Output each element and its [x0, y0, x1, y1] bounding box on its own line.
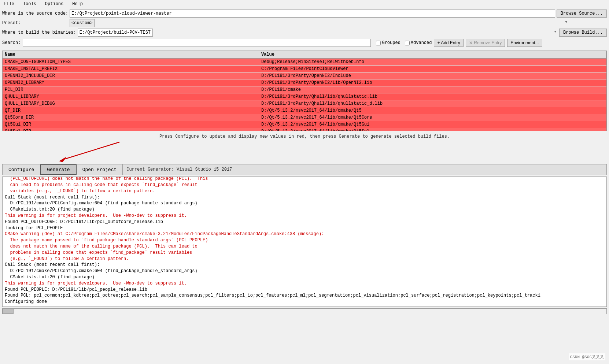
- log-line: CMakeLists.txt:20 (find_package): [5, 207, 607, 213]
- cell-name: OPENNI2_LIBRARY: [3, 79, 259, 86]
- menu-file[interactable]: File: [1, 1, 16, 7]
- cell-name: QHULL_LIBRARY_DEBUG: [3, 100, 259, 107]
- table-row[interactable]: Qt5Sql_DIR D:/Qt/5.13.2/msvc2017_64/lib/…: [3, 128, 606, 131]
- environment-button[interactable]: Environment...: [507, 39, 542, 47]
- build-binaries-select[interactable]: E:/QtProject/build-PCV-TEST: [78, 29, 153, 37]
- cell-name: OPENNI2_INCLUDE_DIR: [3, 73, 259, 79]
- log-line: problems in calling code that expects `f…: [5, 250, 607, 256]
- table-row[interactable]: QHULL_LIBRARY D:/PCL191/3rdParty/Qhull/l…: [3, 93, 606, 100]
- log-line: (e.g., `_FOUND`) to follow a certain pat…: [5, 256, 607, 262]
- log-line: CMakeLists.txt:20 (find_package): [5, 274, 607, 281]
- cell-name: QT_DIR: [3, 107, 259, 114]
- table-row[interactable]: OPENNI2_INCLUDE_DIR D:/PCL191/3rdParty/O…: [3, 73, 606, 79]
- svg-line-0: [63, 142, 119, 160]
- table-row[interactable]: QHULL_LIBRARY_DEBUG D:/PCL191/3rdParty/Q…: [3, 100, 606, 107]
- preset-row: Preset: <custom>: [2, 19, 607, 27]
- source-code-input[interactable]: [70, 10, 555, 18]
- cell-value: D:/PCL191/3rdParty/Qhull/lib/qhullstatic…: [259, 93, 606, 100]
- search-input[interactable]: [23, 39, 371, 47]
- table-row[interactable]: CMAKE_INSTALL_PREFIX C:/Program Files/Po…: [3, 66, 606, 73]
- cell-value: D:/PCL191/3rdParty/OpenNI2/Include: [259, 73, 606, 79]
- build-binaries-label: Where to build the binaries:: [2, 30, 76, 35]
- log-line: Found PCL_OUTOFCORE: D:/PCL191/lib/pcl_o…: [5, 219, 607, 225]
- log-line: Found PCL_PEOPLE: D:/PCL191/lib/pcl_peop…: [5, 287, 607, 293]
- remove-entry-button[interactable]: ✕ Remove Entry: [466, 39, 505, 47]
- table-row[interactable]: Qt5Core_DIR D:/Qt/5.13.2/msvc2017_64/lib…: [3, 114, 606, 121]
- cell-value: D:/PCL191/3rdParty/Qhull/lib/qhullstatic…: [259, 100, 606, 107]
- table-body: CMAKE_CONFIGURATION_TYPES Debug;Release;…: [3, 59, 606, 131]
- log-line: looking for PCL_PEOPLE: [5, 225, 607, 231]
- table-row[interactable]: OPENNI2_LIBRARY D:/PCL191/3rdParty/OpenN…: [3, 79, 606, 86]
- advanced-checkbox[interactable]: [405, 41, 410, 45]
- log-line: does not match the name of the calling p…: [5, 244, 607, 250]
- generator-info: Current Generator: Visual Studio 15 2017: [123, 167, 606, 172]
- log-line: D:/PCL191/cmake/PCLConfig.cmake:604 (fin…: [5, 200, 607, 207]
- source-code-label: Where is the source code:: [2, 11, 68, 16]
- checkbox-group: Grouped Advanced: [376, 40, 432, 45]
- menu-bar: File Tools Options Help: [0, 0, 609, 8]
- advanced-checkbox-label[interactable]: Advanced: [405, 40, 432, 45]
- cell-name: CMAKE_CONFIGURATION_TYPES: [3, 59, 259, 65]
- log-line: CMake Warning (dev) at C:/Program Files/…: [5, 231, 607, 237]
- menu-help[interactable]: Help: [70, 1, 85, 7]
- cell-name: Qt5Sql_DIR: [3, 128, 259, 131]
- browse-build-button[interactable]: Browse Build...: [559, 29, 607, 37]
- table-row[interactable]: QT_DIR D:/Qt/5.13.2/msvc2017_64/lib/cmak…: [3, 107, 606, 114]
- log-line: variables (e.g., `_FOUND`) to follow a c…: [5, 188, 607, 194]
- cell-value: D:/Qt/5.13.2/msvc2017_64/lib/cmake/Qt5: [259, 107, 606, 114]
- log-line: (PCL_OUTOFCORE) does not match the name …: [5, 177, 607, 182]
- log-line: Call Stack (most recent call first):: [5, 194, 607, 201]
- cell-value: C:/Program Files/PointCloudViewer: [259, 66, 606, 72]
- cell-value: D:/PCL191/cmake: [259, 86, 606, 93]
- add-entry-button[interactable]: + Add Entry: [434, 39, 463, 47]
- log-line: D:/PCL191/cmake/PCLConfig.cmake:604 (fin…: [5, 268, 607, 274]
- col-name-header: Name: [3, 51, 259, 58]
- search-label: Search:: [2, 40, 21, 45]
- configure-button[interactable]: Configure: [3, 164, 40, 175]
- arrow-area: [2, 142, 607, 164]
- log-line: Found PCL: pcl_common;pcl_kdtree;pcl_oct…: [5, 293, 607, 299]
- preset-select-wrapper: <custom>: [70, 19, 569, 27]
- preset-select[interactable]: <custom>: [70, 19, 95, 27]
- cell-value: D:/Qt/5.13.2/msvc2017_64/lib/cmake/Qt5Gu…: [259, 121, 606, 128]
- cell-name: QHULL_LIBRARY: [3, 93, 259, 100]
- advanced-label: Advanced: [411, 40, 432, 45]
- col-value-header: Value: [259, 51, 606, 58]
- table-row[interactable]: PCL_DIR D:/PCL191/cmake: [3, 86, 606, 93]
- arrow-icon: [2, 135, 130, 164]
- table-row[interactable]: Qt5Gui_DIR D:/Qt/5.13.2/msvc2017_64/lib/…: [3, 121, 606, 128]
- build-binaries-row: Where to build the binaries: E:/QtProjec…: [2, 29, 607, 37]
- top-section: Where is the source code: Browse Source.…: [0, 8, 609, 51]
- log-line: The package name passed to `find_package…: [5, 237, 607, 244]
- table-header: Name Value: [3, 51, 606, 59]
- open-project-button[interactable]: Open Project: [77, 164, 123, 175]
- log-content: found D:/PCL191/lib/pcl_stereo_reco_rele…: [3, 177, 607, 307]
- config-table: Name Value CMAKE_CONFIGURATION_TYPES Deb…: [2, 51, 607, 131]
- log-line: This warning is for project developers. …: [5, 213, 607, 219]
- svg-marker-1: [59, 157, 66, 162]
- cell-value: D:/Qt/5.13.2/msvc2017_64/lib/cmake/Qt5Sq…: [259, 128, 606, 131]
- watermark: CSDN @SOC叉叉叉: [569, 353, 605, 360]
- menu-tools[interactable]: Tools: [21, 1, 38, 7]
- menu-options[interactable]: Options: [43, 1, 66, 7]
- generate-button[interactable]: Generate: [40, 164, 76, 175]
- cell-name: Qt5Core_DIR: [3, 114, 259, 121]
- toolbar-row: Search: Grouped Advanced + Add Entry ✕ R…: [2, 38, 607, 48]
- log-container[interactable]: found D:/PCL191/lib/pcl_stereo_reco_rele…: [2, 177, 607, 307]
- log-line: This warning is for project developers. …: [5, 281, 607, 287]
- cell-value: Debug;Release;MinSizeRel;RelWithDebInfo: [259, 59, 606, 65]
- cell-name: PCL_DIR: [3, 86, 259, 93]
- browse-source-button[interactable]: Browse Source...: [557, 10, 607, 18]
- grouped-checkbox[interactable]: [376, 41, 381, 45]
- log-line: Configuring done: [5, 299, 607, 305]
- horizontal-scrollbar[interactable]: [2, 308, 607, 314]
- cell-value: D:/Qt/5.13.2/msvc2017_64/lib/cmake/Qt5Co…: [259, 114, 606, 121]
- log-line: Call Stack (most recent call first):: [5, 262, 607, 268]
- cell-name: CMAKE_INSTALL_PREFIX: [3, 66, 259, 72]
- build-binaries-select-wrapper: E:/QtProject/build-PCV-TEST: [78, 29, 558, 37]
- scroll-thumb[interactable]: [3, 309, 14, 314]
- table-row[interactable]: CMAKE_CONFIGURATION_TYPES Debug;Release;…: [3, 59, 606, 66]
- cell-value: D:/PCL191/3rdParty/OpenNI2/Lib/OpenNI2.l…: [259, 79, 606, 86]
- grouped-checkbox-label[interactable]: Grouped: [376, 40, 400, 45]
- cell-name: Qt5Gui_DIR: [3, 121, 259, 128]
